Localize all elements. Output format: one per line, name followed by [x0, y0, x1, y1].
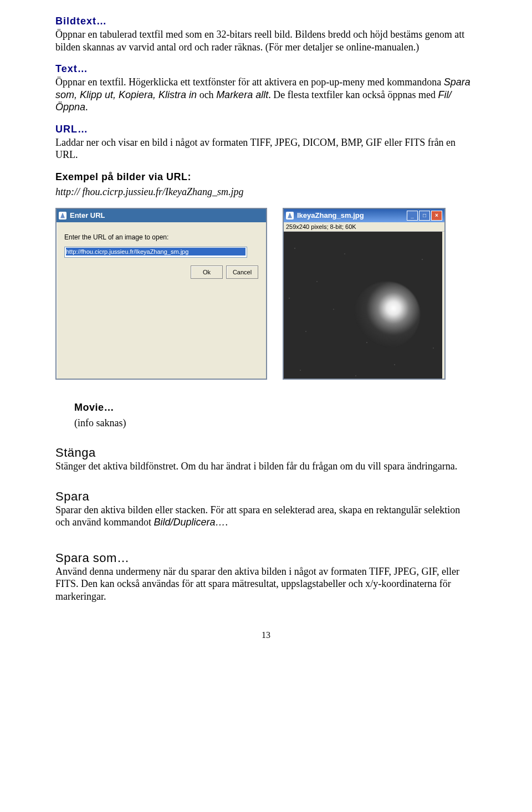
ok-button[interactable]: Ok: [191, 265, 223, 279]
document-page: Bildtext… Öppnar en tabulerad textfil me…: [0, 0, 532, 662]
spara-body-pt1: Sparar den aktiva bilden eller stacken. …: [55, 504, 460, 528]
paragraph-text: Öppnar en textfil. Högerklicka ett textf…: [55, 76, 477, 114]
heading-spara: Spara: [55, 489, 477, 504]
heading-url: URL…: [55, 124, 477, 135]
text-body-pt4: .: [85, 101, 88, 113]
java-icon: [59, 212, 66, 219]
paragraph-url: Laddar ner och visar en bild i något av …: [55, 136, 477, 161]
paragraph-bildtext: Öppnar en tabulerad textfil med som en 3…: [55, 28, 477, 53]
paragraph-movie: (info saknas): [74, 417, 477, 430]
dialog-body: Enter the URL of an image to open: http:…: [57, 222, 266, 284]
heading-movie: Movie…: [74, 402, 477, 413]
image-window-titlebar[interactable]: IkeyaZhang_sm.jpg _ □ ×: [284, 209, 444, 222]
dialog-title: Enter URL: [70, 211, 105, 219]
heading-stanga: Stänga: [55, 446, 477, 460]
text-markera-allt: Markera allt: [216, 89, 268, 100]
dialog-label: Enter the URL of an image to open:: [64, 233, 258, 241]
paragraph-spara: Sparar den aktiva bilden eller stacken. …: [55, 504, 477, 529]
url-input[interactable]: http://fhou.cicrp.jussieu.fr/IkeyaZhang_…: [64, 247, 247, 258]
text-body-pt1: Öppnar en textfil. Högerklicka ett textf…: [55, 76, 444, 88]
dialog-button-row: Ok Cancel: [64, 265, 258, 279]
spara-cmd-bild-duplicera: Bild/Duplicera…: [154, 517, 225, 528]
maximize-button[interactable]: □: [419, 211, 430, 221]
heading-bildtext: Bildtext…: [55, 16, 477, 27]
url-input-value: http://fhou.cicrp.jussieu.fr/IkeyaZhang_…: [66, 248, 245, 256]
subheading-exempel: Exempel på bilder via URL:: [55, 171, 477, 183]
image-canvas: [284, 232, 442, 379]
movie-section: Movie… (info saknas): [55, 402, 477, 430]
screenshot-row: Enter URL Enter the URL of an image to o…: [55, 208, 477, 380]
enter-url-dialog: Enter URL Enter the URL of an image to o…: [55, 208, 267, 380]
java-icon: [286, 212, 294, 219]
image-window-title: IkeyaZhang_sm.jpg: [297, 211, 364, 219]
close-button[interactable]: ×: [431, 211, 442, 221]
spara-body-pt2: .: [226, 517, 228, 528]
text-body-pt3: . De flesta textfiler kan också öppnas m…: [268, 89, 438, 100]
image-window: IkeyaZhang_sm.jpg _ □ × 259x240 pixels; …: [283, 208, 446, 380]
cancel-button[interactable]: Cancel: [226, 265, 258, 279]
image-status-bar: 259x240 pixels; 8-bit; 60K: [284, 222, 444, 232]
heading-spara-som: Spara som…: [55, 551, 477, 565]
paragraph-stanga: Stänger det aktiva bildfönstret. Om du h…: [55, 460, 477, 473]
comet-glow: [354, 282, 420, 348]
minimize-button[interactable]: _: [407, 211, 418, 221]
page-number: 13: [55, 630, 477, 640]
window-controls: _ □ ×: [407, 211, 442, 221]
dialog-titlebar[interactable]: Enter URL: [57, 209, 266, 222]
paragraph-spara-som: Använd denna undermeny när du sparar den…: [55, 565, 477, 603]
text-body-pt2: och: [197, 89, 216, 100]
url-example-text: http:// fhou.cicrp.jussieu.fr/IkeyaZhang…: [55, 186, 477, 198]
heading-text: Text…: [55, 63, 477, 75]
